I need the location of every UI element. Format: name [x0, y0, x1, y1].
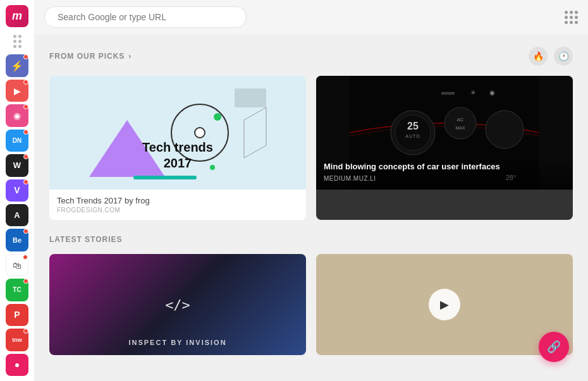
- behance-icon: Be: [13, 236, 21, 244]
- picks-title-text: FROM OUR PICKS: [49, 52, 125, 61]
- v-icon: V: [14, 185, 20, 195]
- bag-icon: 🛍: [13, 260, 21, 270]
- picks-cards-grid: Tech trends 2017 Tech Trends 2017 by fro…: [49, 76, 573, 220]
- search-input[interactable]: [44, 6, 247, 28]
- latest-section-header: LATEST STORIES: [49, 235, 573, 244]
- tech-trends-graphic: Tech trends 2017: [49, 76, 306, 190]
- svg-rect-4: [235, 88, 266, 107]
- svg-text:𝑚𝑚𝑚: 𝑚𝑚𝑚: [441, 89, 455, 96]
- svg-point-18: [486, 111, 524, 148]
- notification-badge: [23, 54, 28, 59]
- notification-badge: [23, 130, 28, 135]
- svg-text:25: 25: [407, 121, 419, 131]
- car-ui-card[interactable]: 25 AUTO AC MAX 𝑚𝑚𝑚 ✳ ◉: [316, 76, 573, 220]
- clock-button[interactable]: 🕐: [554, 47, 573, 66]
- p-icon: P: [14, 310, 20, 320]
- main-content: FROM OUR PICKS › 🔥 🕐: [34, 0, 588, 381]
- inspect-invision-card[interactable]: </> INSPECT BY INVISION: [49, 254, 306, 355]
- svg-text:2017: 2017: [164, 156, 192, 170]
- picks-actions: 🔥 🕐: [529, 47, 573, 66]
- fire-button[interactable]: 🔥: [529, 47, 548, 66]
- notification-badge: [23, 255, 28, 260]
- car-ui-overlay: Mind blowing concepts of car user interf…: [316, 154, 573, 190]
- sidebar: m ⚡ ▶ ◉ DN W V A Be: [0, 0, 34, 381]
- sidebar-item-w[interactable]: W: [6, 154, 28, 176]
- notification-badge: [23, 279, 28, 284]
- video-card[interactable]: ▶: [316, 254, 573, 355]
- notification-badge: [23, 329, 28, 334]
- svg-text:AC: AC: [456, 117, 463, 123]
- car-ui-source: MEDIUM.MUZ.LI: [324, 175, 565, 182]
- tc-icon: TC: [13, 286, 21, 293]
- clock-icon: 🕐: [558, 51, 569, 61]
- logo-letter: m: [12, 9, 22, 23]
- picks-section-header: FROM OUR PICKS › 🔥 🕐: [49, 47, 573, 66]
- notification-badge: [23, 179, 28, 184]
- sidebar-item-lightning[interactable]: ⚡: [6, 54, 28, 76]
- sidebar-item-last[interactable]: ●: [6, 354, 28, 376]
- sidebar-item-v[interactable]: V: [6, 179, 28, 202]
- link-icon: 🔗: [547, 340, 561, 354]
- play-button[interactable]: ▶: [429, 289, 460, 320]
- sidebar-logo[interactable]: m: [6, 5, 28, 27]
- latest-cards-grid: </> INSPECT BY INVISION ▶: [49, 254, 573, 355]
- tech-trends-image: Tech trends 2017: [49, 76, 306, 190]
- a-icon: A: [14, 210, 20, 220]
- w-icon: W: [13, 160, 21, 170]
- tnw-icon: tnw: [12, 337, 22, 343]
- apps-grid-button[interactable]: [565, 11, 578, 24]
- svg-point-3: [214, 113, 221, 121]
- svg-point-15: [444, 107, 476, 139]
- sidebar-item-tnw[interactable]: tnw: [6, 329, 28, 351]
- sidebar-item-designer-news[interactable]: DN: [6, 130, 28, 152]
- tech-trends-title: Tech Trends 2017 by frog: [57, 196, 298, 205]
- dribbble-icon: ◉: [13, 111, 21, 121]
- tech-trends-svg: Tech trends 2017: [83, 82, 273, 183]
- tech-trends-info: Tech Trends 2017 by frog FROGDESIGN.COM: [49, 190, 306, 220]
- svg-point-8: [210, 165, 215, 170]
- notification-badge: [23, 154, 28, 159]
- svg-marker-5: [244, 107, 266, 158]
- lightning-icon: ⚡: [11, 60, 23, 72]
- svg-text:◉: ◉: [489, 89, 495, 96]
- sidebar-item-play[interactable]: ▶: [6, 80, 28, 102]
- picks-title: FROM OUR PICKS ›: [49, 52, 132, 61]
- car-ui-image: 25 AUTO AC MAX 𝑚𝑚𝑚 ✳ ◉: [316, 76, 573, 190]
- sidebar-item-behance[interactable]: Be: [6, 229, 28, 251]
- topbar: [34, 0, 588, 34]
- notification-badge: [23, 229, 28, 234]
- last-icon: ●: [15, 360, 20, 370]
- notification-badge: [23, 80, 28, 85]
- svg-point-2: [195, 128, 205, 138]
- inspect-code-text: </>: [165, 297, 190, 313]
- notification-badge: [23, 104, 28, 109]
- sidebar-item-a[interactable]: A: [6, 204, 28, 226]
- tech-trends-source: FROGDESIGN.COM: [57, 207, 298, 214]
- latest-title: LATEST STORIES: [49, 235, 134, 244]
- sidebar-item-techcrunch[interactable]: TC: [6, 279, 28, 301]
- content-area: FROM OUR PICKS › 🔥 🕐: [34, 34, 588, 381]
- svg-text:AUTO: AUTO: [405, 134, 420, 138]
- sidebar-item-bag[interactable]: 🛍: [6, 254, 28, 276]
- svg-text:✳: ✳: [470, 89, 475, 96]
- sidebar-item-p[interactable]: P: [6, 304, 28, 326]
- dn-icon: DN: [13, 137, 21, 144]
- inspect-label-text: INSPECT BY INVISION: [49, 339, 306, 346]
- sidebar-dots-decoration: [13, 35, 21, 48]
- picks-arrow-icon[interactable]: ›: [128, 52, 132, 61]
- fire-icon: 🔥: [533, 51, 544, 61]
- fab-link-button[interactable]: 🔗: [539, 332, 569, 362]
- svg-text:Tech trends: Tech trends: [142, 140, 213, 154]
- svg-text:MAX: MAX: [455, 126, 465, 130]
- sidebar-item-dribbble[interactable]: ◉: [6, 104, 28, 126]
- play-icon: ▶: [14, 86, 21, 96]
- play-triangle-icon: ▶: [440, 298, 449, 311]
- svg-rect-9: [133, 176, 197, 179]
- car-ui-title: Mind blowing concepts of car user interf…: [324, 162, 565, 172]
- tech-trends-card[interactable]: Tech trends 2017 Tech Trends 2017 by fro…: [49, 76, 306, 220]
- latest-title-text: LATEST STORIES: [49, 235, 123, 244]
